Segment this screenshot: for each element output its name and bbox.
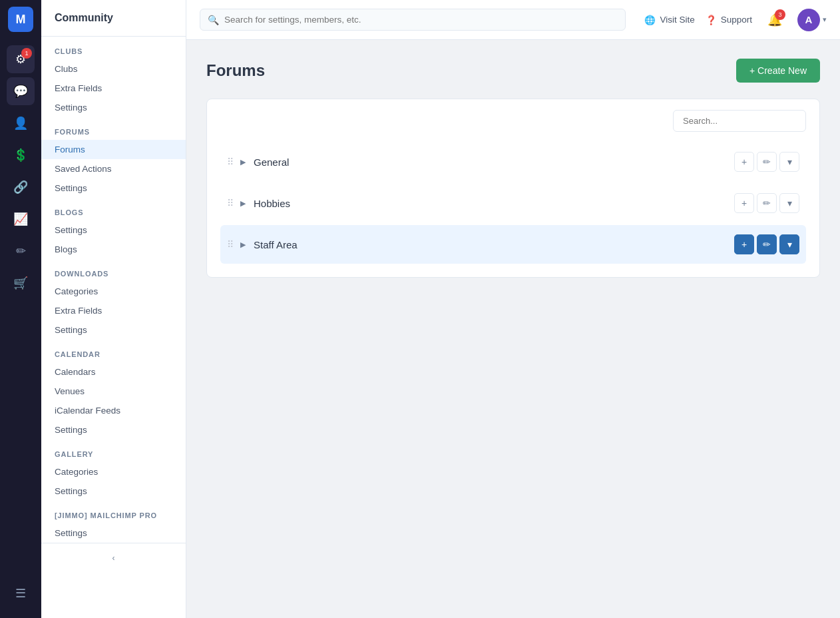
- sidebar-item-calendar-settings[interactable]: Settings: [41, 420, 186, 440]
- forums-panel: ⠿ ▶ General + ✏ ▾ ⠿ ▶ Hobbies + ✏ ▾: [206, 99, 820, 278]
- forum-row-general[interactable]: ⠿ ▶ General + ✏ ▾: [220, 143, 806, 181]
- store-icon: 🛒: [13, 276, 28, 290]
- forum-name-general: General: [254, 156, 734, 168]
- sidebar-section-downloads: DOWNLOADS: [41, 259, 186, 282]
- forum-row-actions-general: + ✏ ▾: [734, 152, 799, 172]
- sidebar-item-downloads-categories[interactable]: Categories: [41, 282, 186, 301]
- sidebar-item-saved-actions[interactable]: Saved Actions: [41, 159, 186, 178]
- sidebar-item-community[interactable]: 💬: [7, 77, 35, 105]
- sidebar-item-forums[interactable]: Forums: [41, 140, 186, 159]
- main-content: 🔍 🌐 Visit Site ❓ Support 🔔 3 A ▾: [186, 0, 840, 618]
- add-button-hobbies[interactable]: +: [734, 193, 754, 213]
- forums-top-bar: [220, 110, 806, 132]
- icon-bar: M ⚙ 1 💬 👤 💲 🔗 📈 ✏ 🛒 ☰: [0, 0, 41, 618]
- collapse-button-staff-area[interactable]: ▾: [779, 234, 799, 254]
- sidebar-menu-icon[interactable]: ☰: [7, 579, 35, 607]
- sidebar-item-forums-settings[interactable]: Settings: [41, 178, 186, 198]
- edit-button-staff-area[interactable]: ✏: [757, 234, 777, 254]
- sidebar-item-clubs-extra-fields[interactable]: Extra Fields: [41, 79, 186, 98]
- sidebar-title: Community: [41, 0, 186, 37]
- user-avatar-wrapper[interactable]: A ▾: [797, 9, 827, 31]
- visit-site-icon: 🌐: [644, 15, 656, 25]
- sidebar-item-icalendar-feeds[interactable]: iCalendar Feeds: [41, 401, 186, 420]
- forum-row-actions-staff-area: + ✏ ▾: [734, 234, 799, 254]
- sidebar-footer: ‹: [41, 543, 186, 573]
- forum-search-input[interactable]: [673, 110, 806, 132]
- drag-handle-general: ⠿: [227, 156, 234, 167]
- add-button-general[interactable]: +: [734, 152, 754, 172]
- sidebar-item-gallery-categories[interactable]: Categories: [41, 462, 186, 481]
- sidebar-item-members[interactable]: 👤: [7, 109, 35, 137]
- collapse-button-hobbies[interactable]: ▾: [779, 193, 799, 213]
- forum-row-staff-area[interactable]: ⠿ ▶ Staff Area + ✏ ▾: [220, 225, 806, 264]
- topnav-actions: 🌐 Visit Site ❓ Support 🔔 3 A ▾: [644, 8, 827, 32]
- avatar: A: [797, 9, 820, 31]
- edit-button-general[interactable]: ✏: [757, 152, 777, 172]
- support-label: Support: [721, 15, 752, 25]
- expand-arrow-staff-area[interactable]: ▶: [240, 240, 246, 249]
- sidebar-item-integrations[interactable]: 🔗: [7, 173, 35, 201]
- sidebar-item-gallery-settings[interactable]: Settings: [41, 481, 186, 501]
- analytics-icon: 📈: [13, 212, 28, 226]
- sidebar-item-design[interactable]: ✏: [7, 237, 35, 265]
- sidebar-item-calendars[interactable]: Calendars: [41, 362, 186, 382]
- page-title: Forums: [206, 61, 265, 80]
- drag-handle-hobbies: ⠿: [227, 198, 234, 208]
- sidebar-item-downloads-settings[interactable]: Settings: [41, 320, 186, 340]
- sidebar-item-venues[interactable]: Venues: [41, 382, 186, 401]
- sidebar-item-clubs-settings[interactable]: Settings: [41, 98, 186, 117]
- collapse-button-general[interactable]: ▾: [779, 152, 799, 172]
- forum-row-actions-hobbies: + ✏ ▾: [734, 193, 799, 213]
- integrations-icon: 🔗: [13, 180, 28, 194]
- forum-row-hobbies[interactable]: ⠿ ▶ Hobbies + ✏ ▾: [220, 184, 806, 222]
- sidebar-section-blogs: BLOGS: [41, 198, 186, 220]
- sidebar-item-settings[interactable]: ⚙ 1: [7, 45, 35, 73]
- sidebar-item-billing[interactable]: 💲: [7, 141, 35, 169]
- design-icon: ✏: [16, 244, 26, 258]
- topnav: 🔍 🌐 Visit Site ❓ Support 🔔 3 A ▾: [186, 0, 840, 40]
- search-icon: 🔍: [208, 15, 219, 25]
- sidebar-section-forums: FORUMS: [41, 117, 186, 140]
- settings-badge: 1: [21, 48, 32, 59]
- sidebar-item-blogs-settings[interactable]: Settings: [41, 220, 186, 240]
- sidebar-item-blogs[interactable]: Blogs: [41, 240, 186, 259]
- support-icon: ❓: [706, 15, 717, 25]
- billing-icon: 💲: [13, 148, 28, 162]
- sidebar: Community CLUBS Clubs Extra Fields Setti…: [41, 0, 186, 618]
- page-header: Forums + Create New: [206, 59, 820, 83]
- add-button-staff-area[interactable]: +: [734, 234, 754, 254]
- notifications-button[interactable]: 🔔 3: [763, 8, 787, 32]
- sidebar-collapse-button[interactable]: ‹: [106, 550, 122, 566]
- menu-icon: ☰: [15, 586, 26, 601]
- logo[interactable]: M: [8, 7, 33, 32]
- sidebar-section-clubs: CLUBS: [41, 37, 186, 59]
- visit-site-label: Visit Site: [660, 15, 694, 25]
- notification-badge: 3: [775, 9, 785, 20]
- search-input[interactable]: [200, 9, 626, 31]
- members-icon: 👤: [13, 116, 28, 131]
- chevron-down-icon: ▾: [823, 15, 827, 24]
- support-link[interactable]: ❓ Support: [706, 15, 752, 25]
- visit-site-link[interactable]: 🌐 Visit Site: [644, 15, 694, 25]
- drag-handle-staff-area: ⠿: [227, 239, 234, 250]
- forum-name-hobbies: Hobbies: [254, 198, 734, 209]
- sidebar-item-mailchimp-settings[interactable]: Settings: [41, 523, 186, 543]
- create-new-button[interactable]: + Create New: [736, 59, 820, 83]
- sidebar-section-calendar: CALENDAR: [41, 340, 186, 362]
- sidebar-section-mailchimp: [JIMMO] MAILCHIMP PRO: [41, 501, 186, 523]
- community-icon: 💬: [13, 84, 28, 99]
- search-wrapper: 🔍: [200, 9, 626, 31]
- edit-button-hobbies[interactable]: ✏: [757, 193, 777, 213]
- page-content: Forums + Create New ⠿ ▶ General + ✏ ▾ ⠿: [186, 40, 840, 618]
- sidebar-item-store[interactable]: 🛒: [7, 269, 35, 297]
- forum-name-staff-area: Staff Area: [254, 239, 734, 250]
- expand-arrow-general[interactable]: ▶: [240, 158, 246, 166]
- sidebar-item-clubs[interactable]: Clubs: [41, 59, 186, 79]
- expand-arrow-hobbies[interactable]: ▶: [240, 199, 246, 208]
- sidebar-item-analytics[interactable]: 📈: [7, 205, 35, 233]
- sidebar-item-downloads-extra-fields[interactable]: Extra Fields: [41, 301, 186, 320]
- sidebar-section-gallery: GALLERY: [41, 440, 186, 462]
